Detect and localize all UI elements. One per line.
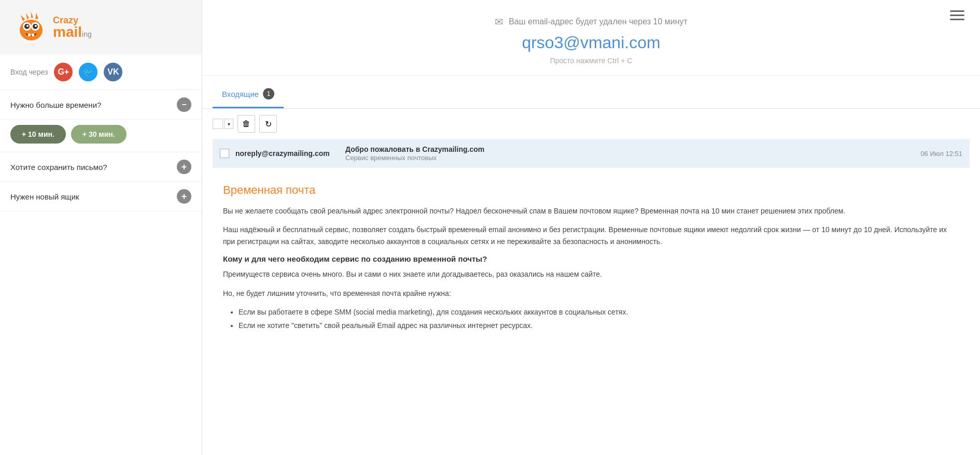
mail-icon: ✉ <box>495 16 503 28</box>
new-mailbox-section[interactable]: Нужен новый ящик + <box>0 182 202 211</box>
new-mailbox-label: Нужен новый ящик <box>10 192 79 201</box>
email-subject-preview: Сервис временных почтовых <box>345 154 437 162</box>
content-para-3: Преимуществ сервиса очень много. Вы и са… <box>223 268 959 280</box>
select-all-checkbox[interactable] <box>213 119 223 129</box>
add-10min-button[interactable]: + 10 мин. <box>10 125 66 144</box>
email-subject: Добро пожаловать в Crazymailing.com Серв… <box>345 145 914 162</box>
hamburger-line-2 <box>950 15 964 16</box>
svg-point-5 <box>26 25 29 27</box>
svg-point-0 <box>20 20 43 40</box>
more-time-section[interactable]: Нужно больше времени? − <box>0 90 202 120</box>
email-checkbox[interactable] <box>220 149 229 158</box>
logo-ing: ing <box>82 30 92 38</box>
time-buttons-area: + 10 мин. + 30 мин. <box>0 120 202 152</box>
select-dropdown-arrow[interactable]: ▾ <box>224 119 233 129</box>
content-para-2: Наш надёжный и бесплатный сервис, позвол… <box>223 224 959 247</box>
hamburger-menu-button[interactable] <box>950 10 964 20</box>
content-para-1: Вы не желаете сообщать свой реальный адр… <box>223 205 959 217</box>
svg-point-6 <box>35 25 37 27</box>
expiry-text: Ваш email-адрес будет удален через 10 ми… <box>509 17 688 26</box>
content-para-4: Но, не будет лишним уточнить, что времен… <box>223 288 959 299</box>
tab-inbox-badge: 1 <box>263 88 274 99</box>
mail-toolbar: ▾ 🗑 ↻ <box>202 109 980 139</box>
content-subheading: Кому и для чего необходим сервис по созд… <box>223 254 959 263</box>
tabs-bar: Входящие 1 <box>202 81 980 109</box>
content-title: Временная почта <box>223 183 959 197</box>
main-content: ✉ Ваш email-адрес будет удален через 10 … <box>202 0 980 455</box>
add-30min-button[interactable]: + 30 мин. <box>71 125 127 144</box>
email-list: noreply@crazymailing.com Добро пожаловат… <box>202 139 980 168</box>
email-date: 06 Июл 12:51 <box>920 150 962 158</box>
logo-area: Crazy mailing <box>0 0 202 54</box>
save-letter-icon[interactable]: + <box>177 160 191 174</box>
tab-inbox-label: Входящие <box>222 90 259 98</box>
twitter-login-button[interactable]: 🐦 <box>79 63 97 81</box>
sidebar: Crazy mailing Вход через G+ 🐦 VK Нужно б… <box>0 0 202 455</box>
email-from: noreply@crazymailing.com <box>235 149 339 158</box>
vk-login-button[interactable]: VK <box>104 63 122 81</box>
email-header: ✉ Ваш email-адрес будет удален через 10 … <box>202 0 980 76</box>
hamburger-line-3 <box>950 19 964 20</box>
select-all-area: ▾ <box>213 119 233 129</box>
social-login-label: Вход через <box>10 68 48 76</box>
save-letter-section[interactable]: Хотите сохранить письмо? + <box>0 152 202 182</box>
delete-button[interactable]: 🗑 <box>237 115 255 133</box>
list-item: Если вы работаете в сфере SMM (social me… <box>239 306 959 318</box>
table-row[interactable]: noreply@crazymailing.com Добро пожаловат… <box>213 139 970 168</box>
hamburger-line-1 <box>950 10 964 12</box>
google-login-button[interactable]: G+ <box>54 63 73 81</box>
email-subject-main: Добро пожаловать в Crazymailing.com <box>345 145 484 153</box>
svg-rect-7 <box>28 34 31 36</box>
refresh-button[interactable]: ↻ <box>259 115 277 133</box>
logo-monster-icon <box>16 12 47 43</box>
logo-mail: mail <box>53 24 82 40</box>
more-time-label: Нужно больше времени? <box>10 101 101 109</box>
content-area: Временная почта Вы не желаете сообщать с… <box>202 168 980 349</box>
svg-rect-8 <box>32 34 34 36</box>
social-login-area: Вход через G+ 🐦 VK <box>0 54 202 90</box>
list-item: Если не хотите "светить" свой реальный E… <box>239 320 959 331</box>
logo-text: Crazy mailing <box>53 16 92 39</box>
more-time-collapse-icon[interactable]: − <box>177 97 191 112</box>
new-mailbox-icon[interactable]: + <box>177 189 191 204</box>
email-copy-hint: Просто нажмите Ctrl + C <box>213 56 970 65</box>
logo-mail-row: mailing <box>53 25 92 39</box>
save-letter-label: Хотите сохранить письмо? <box>10 163 107 172</box>
tab-inbox[interactable]: Входящие 1 <box>213 81 284 108</box>
email-address-display[interactable]: qrso3@vmani.com <box>213 33 970 52</box>
content-list: Если вы работаете в сфере SMM (social me… <box>239 306 959 332</box>
email-expiry-area: ✉ Ваш email-адрес будет удален через 10 … <box>213 16 970 28</box>
